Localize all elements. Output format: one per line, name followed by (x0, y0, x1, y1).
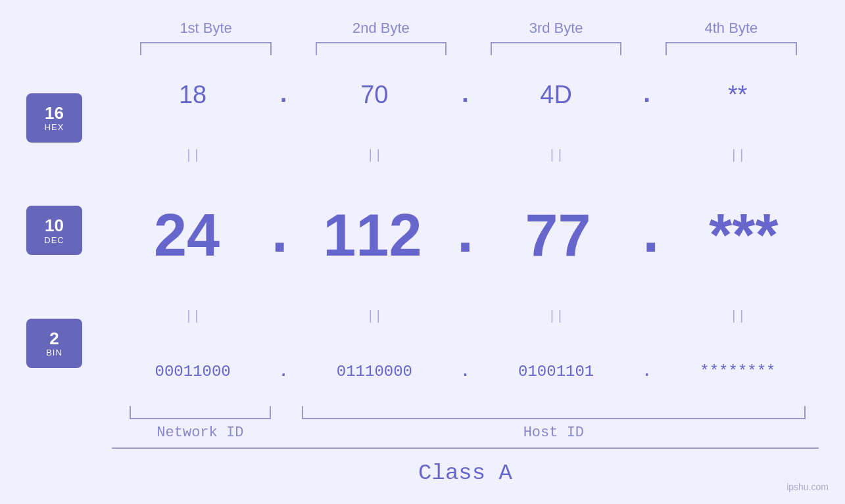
dot-bin-2: . (456, 363, 475, 380)
eq2-3: || (475, 309, 637, 324)
eq1-4: || (657, 148, 819, 163)
byte-bracket-top-2 (316, 42, 447, 55)
hex-cell-2: 70 (293, 81, 455, 109)
hex-value-3: 4D (540, 81, 572, 109)
hex-value-2: 70 (360, 81, 388, 109)
hex-value-1: 18 (179, 81, 206, 109)
bin-cell-2: 01110000 (293, 363, 455, 380)
eq2-1: || (112, 309, 274, 324)
eq2-4: || (657, 309, 819, 324)
dot-hex-2: . (456, 81, 475, 109)
bin-value-3: 01001101 (518, 363, 594, 380)
eq1-3: || (475, 148, 637, 163)
hex-cell-3: 4D (475, 81, 637, 109)
dec-value-4: *** (709, 202, 778, 269)
dec-value-3: 77 (525, 202, 591, 269)
hex-row: 18 . 70 . 4D . ** (112, 81, 819, 109)
badges-column: 16 HEX 10 DEC 2 BIN (26, 62, 112, 400)
dec-cell-1: 24 (112, 202, 262, 269)
dec-badge: 10 DEC (26, 206, 82, 255)
network-id-label: Network ID (157, 424, 243, 441)
byte-bracket-top-1 (140, 42, 272, 55)
eq-sign-3: || (548, 148, 564, 163)
network-id-section: Network ID (112, 406, 289, 441)
byte-headers-inner: 1st Byte 2nd Byte 3rd Byte 4th Byte (118, 20, 819, 55)
eq-sign-1: || (185, 148, 201, 163)
id-labels-row: Network ID Host ID (112, 406, 819, 441)
host-id-label: Host ID (523, 424, 584, 441)
dec-value-2: 112 (323, 202, 422, 269)
dot-bin-1: . (274, 363, 293, 380)
dec-cell-4: *** (669, 202, 819, 269)
eq-sign-6: || (366, 309, 382, 324)
main-container: 1st Byte 2nd Byte 3rd Byte 4th Byte 16 H… (0, 0, 845, 504)
hex-badge-label: HEX (45, 122, 64, 132)
byte-bracket-top-4 (665, 42, 797, 55)
data-rows-column: 18 . 70 . 4D . ** || (112, 62, 819, 400)
hex-badge: 16 HEX (26, 93, 82, 143)
eq1-2: || (293, 148, 455, 163)
dec-value-1: 24 (154, 202, 220, 269)
hex-cell-1: 18 (112, 81, 274, 109)
byte-label-4: 4th Byte (705, 20, 758, 37)
byte-label-2: 2nd Byte (352, 20, 410, 37)
bin-cell-3: 01001101 (475, 363, 637, 380)
byte-col-4: 4th Byte (644, 20, 819, 55)
eq-sign-2: || (366, 148, 382, 163)
byte-col-1: 1st Byte (118, 20, 293, 55)
watermark: ipshu.com (786, 482, 829, 492)
hex-value-4: ** (728, 81, 748, 109)
bin-badge-num: 2 (49, 329, 59, 348)
byte-headers-row: 1st Byte 2nd Byte 3rd Byte 4th Byte (26, 20, 819, 55)
dot-hex-1: . (274, 81, 293, 109)
eq-sign-5: || (185, 309, 201, 324)
bin-badge: 2 BIN (26, 319, 82, 368)
bin-row: 00011000 . 01110000 . 01001101 . *******… (112, 363, 819, 380)
dec-cell-2: 112 (297, 202, 447, 269)
dec-badge-label: DEC (44, 235, 64, 245)
equals-row-1: || || || || (112, 147, 819, 164)
byte-bracket-top-3 (491, 42, 622, 55)
eq-sign-8: || (730, 309, 746, 324)
host-id-section: Host ID (289, 406, 819, 441)
bin-value-1: 00011000 (155, 363, 231, 380)
host-id-bracket (302, 406, 806, 419)
hex-cell-4: ** (657, 81, 819, 109)
byte-col-2: 2nd Byte (293, 20, 468, 55)
eq-sign-7: || (548, 309, 564, 324)
network-id-bracket (130, 406, 271, 419)
dot-dec-1: . (262, 202, 297, 269)
dot-dec-3: . (633, 202, 669, 269)
dot-dec-2: . (447, 202, 483, 269)
byte-col-3: 3rd Byte (469, 20, 644, 55)
eq-sign-4: || (730, 148, 746, 163)
eq1-1: || (112, 148, 274, 163)
class-divider: Class A (112, 447, 819, 491)
class-label: Class A (112, 455, 819, 491)
hex-badge-num: 16 (45, 104, 64, 123)
class-section: Class A (112, 447, 819, 491)
bin-badge-label: BIN (46, 348, 62, 357)
bin-cell-4: ******** (657, 363, 819, 380)
dec-cell-3: 77 (483, 202, 633, 269)
bin-value-2: 01110000 (337, 363, 412, 380)
bottom-section: Network ID Host ID Class A (26, 406, 819, 491)
byte-label-3: 3rd Byte (529, 20, 583, 37)
bin-value-4: ******** (700, 363, 775, 380)
main-area: 16 HEX 10 DEC 2 BIN 18 . 70 (26, 62, 819, 400)
dec-row: 24 . 112 . 77 . *** (112, 202, 819, 269)
dec-badge-num: 10 (45, 216, 64, 235)
equals-row-2: || || || || (112, 308, 819, 325)
byte-label-1: 1st Byte (180, 20, 231, 37)
bin-cell-1: 00011000 (112, 363, 274, 380)
eq2-2: || (293, 309, 455, 324)
dot-bin-3: . (637, 363, 657, 380)
dot-hex-3: . (637, 81, 657, 109)
